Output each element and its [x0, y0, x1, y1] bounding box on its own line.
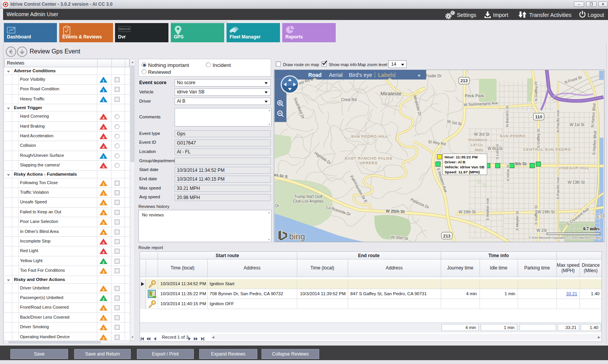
svg-text:Trump Nat'l Golf: Trump Nat'l Golf: [294, 194, 322, 199]
svg-text:S Gaffey St: S Gaffey St: [534, 205, 538, 225]
svg-text:3: 3: [102, 182, 104, 186]
svg-text:3: 3: [102, 221, 104, 225]
svg-text:W 1st St: W 1st St: [570, 123, 584, 127]
svg-text:4: 4: [102, 125, 105, 130]
svg-text:3: 3: [102, 270, 104, 274]
svg-text:VERDES: VERDES: [360, 161, 378, 165]
svg-text:N Bandini St: N Bandini St: [505, 106, 509, 127]
svg-text:Trudie Dr: Trudie Dr: [425, 74, 442, 78]
svg-text:3: 3: [102, 307, 104, 311]
svg-text:213: 213: [443, 234, 450, 238]
svg-text:W 23r: W 23r: [536, 228, 547, 233]
svg-text:S Walker Ave: S Walker Ave: [485, 198, 490, 221]
svg-text:S Meyler St: S Meyler St: [515, 211, 519, 231]
svg-text:Speed: 11.97 (MPH): Speed: 11.97 (MPH): [445, 170, 480, 174]
svg-text:0.7 miles: 0.7 miles: [583, 226, 600, 231]
svg-text:Peck Park: Peck Park: [465, 93, 484, 98]
svg-text:Dr: Dr: [275, 204, 280, 208]
svg-text:© 2014 Microsoft Corporation: © 2014 Microsoft Corporation © 2010 NAVT…: [529, 236, 602, 239]
svg-text:W 13th St: W 13th St: [568, 180, 585, 184]
svg-text:SAN PEDRO: SAN PEDRO: [500, 134, 526, 138]
svg-text:Vehicle: idrive Van SB: Vehicle: idrive Van SB: [445, 165, 485, 169]
svg-text:9th St: 9th St: [515, 161, 526, 166]
svg-text:S Alma St: S Alma St: [506, 165, 510, 181]
svg-text:W 19th St: W 19th St: [537, 210, 555, 214]
svg-text:213: 213: [460, 78, 468, 83]
svg-text:1: 1: [102, 88, 105, 93]
svg-text:Providence: Providence: [468, 138, 488, 142]
svg-text:3: 3: [102, 287, 104, 291]
svg-text:2: 2: [102, 260, 104, 264]
svg-text:4: 4: [102, 145, 105, 149]
svg-text:W 19th St: W 19th St: [458, 210, 476, 214]
svg-text:N Pacific Ave: N Pacific Ave: [556, 110, 560, 133]
svg-text:Lit'l Co: Lit'l Co: [471, 143, 483, 147]
svg-text:S Gaffey St: S Gaffey St: [536, 129, 540, 148]
svg-text:S Pacific Ave: S Pacific Ave: [556, 177, 560, 199]
svg-text:1: 1: [102, 98, 105, 102]
svg-text:1: 1: [102, 155, 105, 159]
svg-text:3: 3: [102, 336, 104, 340]
svg-text:3: 3: [102, 326, 104, 331]
svg-text:4: 4: [102, 116, 105, 120]
svg-text:Miraleste: Miraleste: [380, 91, 401, 96]
svg-text:3: 3: [102, 201, 104, 206]
svg-text:3: 3: [102, 231, 104, 235]
svg-text:Aerial: Aerial: [329, 72, 343, 78]
svg-text:Club-Los Angelas: Club-Los Angelas: [293, 199, 324, 203]
svg-text:4: 4: [102, 241, 105, 245]
svg-text:Crest Rd: Crest Rd: [341, 98, 356, 102]
svg-text:S Leland: S Leland: [495, 144, 499, 159]
svg-text:1: 1: [102, 79, 105, 83]
svg-text:«: «: [418, 72, 420, 78]
svg-text:Driver: Al B: Driver: Al B: [445, 160, 465, 164]
svg-text:Mary: Mary: [475, 148, 483, 152]
svg-text:4: 4: [102, 135, 105, 140]
svg-text:W 3rd St: W 3rd St: [474, 132, 490, 136]
svg-text:110: 110: [535, 115, 542, 119]
svg-text:4: 4: [102, 165, 105, 169]
svg-text:N Gaffey Pl: N Gaffey Pl: [534, 81, 538, 101]
svg-text:3: 3: [102, 211, 104, 215]
svg-text:Bird's eye: Bird's eye: [349, 72, 372, 78]
svg-text:W 25th St: W 25th St: [386, 208, 405, 214]
svg-text:3: 3: [102, 192, 104, 196]
svg-text:3: 3: [102, 316, 104, 321]
svg-text:Road: Road: [308, 72, 322, 78]
svg-text:2: 2: [102, 297, 104, 301]
svg-text:bing: bing: [289, 232, 305, 241]
svg-text:EAST RANCHO PALOS: EAST RANCHO PALOS: [345, 156, 393, 160]
svg-text:Hour: 11:35:22 PM: Hour: 11:35:22 PM: [445, 155, 478, 159]
svg-text:VINEGAR HILL: VINEGAR HILL: [558, 166, 589, 170]
svg-text:CENTRAL SAN PEDRO: CENTRAL SAN PEDRO: [523, 147, 571, 151]
svg-text:SAN PEDRO HILL: SAN PEDRO HILL: [351, 134, 388, 138]
svg-text:Labels: Labels: [378, 72, 395, 78]
svg-text:4: 4: [102, 250, 105, 254]
